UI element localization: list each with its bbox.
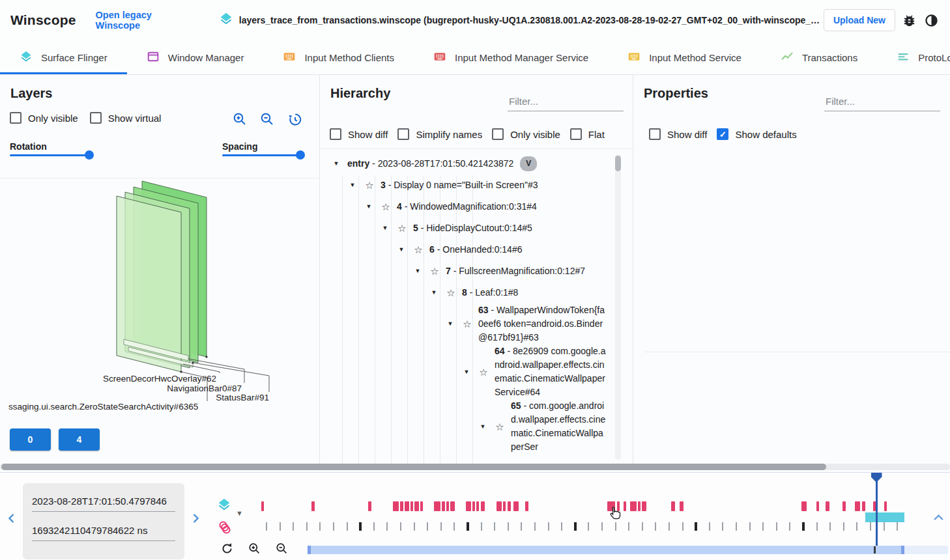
bug-report-icon[interactable] xyxy=(900,12,917,29)
refresh-icon[interactable] xyxy=(220,541,234,555)
previous-entry-button[interactable] xyxy=(5,512,18,525)
star-icon[interactable]: ☆ xyxy=(364,178,375,192)
flat-checkbox[interactable]: Flat xyxy=(570,128,605,140)
zoom-in-icon[interactable] xyxy=(247,541,261,555)
active-traces xyxy=(217,497,233,538)
tab-label: Surface Flinger xyxy=(41,52,108,63)
collapse-caret-icon[interactable]: ▼ xyxy=(379,221,391,235)
timeline-tick xyxy=(373,522,375,531)
only-visible-checkbox[interactable]: Only visible xyxy=(492,128,560,140)
tree-row[interactable]: ▼ entry - 2023-08-28T17:01:50.421423872V xyxy=(320,153,633,175)
show-diff-checkbox[interactable]: Show diff xyxy=(649,128,707,140)
tree-row[interactable]: ▼☆ 4 - WindowedMagnification:0:31#4 xyxy=(320,196,633,217)
hierarchy-tree: ▼ entry - 2023-08-28T17:01:50.421423872V… xyxy=(320,152,633,464)
checkbox-box xyxy=(90,112,102,124)
only-visible-checkbox[interactable]: Only visible xyxy=(10,112,78,124)
show-virtual-checkbox[interactable]: Show virtual xyxy=(90,112,162,124)
show-defaults-checkbox[interactable]: Show defaults xyxy=(717,128,796,140)
timeline-tick xyxy=(588,522,589,531)
collapse-caret-icon[interactable]: ▼ xyxy=(477,420,489,434)
star-icon[interactable]: ☆ xyxy=(380,200,392,214)
tab-transactions[interactable]: Transactions xyxy=(761,40,877,74)
timeline-tick xyxy=(628,522,629,531)
collapse-caret-icon[interactable]: ▼ xyxy=(461,365,472,379)
collapse-timeline-button[interactable] xyxy=(932,511,945,524)
tree-row[interactable]: ▼☆ 8 - Leaf:0:1#8 xyxy=(320,282,633,303)
timeline-cursor[interactable] xyxy=(876,474,878,546)
star-icon[interactable]: ☆ xyxy=(478,365,489,379)
visibility-chip: V xyxy=(520,156,537,171)
star-icon[interactable]: ☆ xyxy=(461,317,473,331)
collapse-caret-icon[interactable]: ▼ xyxy=(330,157,342,171)
horizontal-scrollbar-thumb[interactable] xyxy=(1,464,826,470)
tab-input-method-manager-service[interactable]: Input Method Manager Service xyxy=(414,40,608,74)
trace-dropdown-caret-icon[interactable]: ▼ xyxy=(236,509,243,517)
tree-row[interactable]: ▼☆ 5 - HideDisplayCutout:0:14#5 xyxy=(320,217,633,239)
collapse-caret-icon[interactable]: ▼ xyxy=(412,264,424,278)
rings-icon[interactable] xyxy=(217,520,233,538)
tab-input-method-clients[interactable]: Input Method Clients xyxy=(263,40,414,74)
zoom-slider-cursor-tick xyxy=(874,546,876,553)
hierarchy-filter-input[interactable] xyxy=(508,92,624,111)
hierarchy-scrollbar-track[interactable] xyxy=(615,154,621,460)
star-icon[interactable]: ☆ xyxy=(429,264,440,278)
timeline-tick xyxy=(400,522,401,531)
star-icon[interactable]: ☆ xyxy=(445,286,457,300)
simplify-names-checkbox[interactable]: Simplify names xyxy=(397,128,482,140)
hierarchy-scrollbar-thumb[interactable] xyxy=(615,156,621,171)
next-entry-button[interactable] xyxy=(189,512,202,525)
tree-row[interactable]: ▼☆ 3 - Display 0 name="Built-in Screen"#… xyxy=(320,175,633,196)
tab-window-manager[interactable]: Window Manager xyxy=(127,40,264,74)
star-icon[interactable]: ☆ xyxy=(412,243,424,257)
timestamp-human-input[interactable] xyxy=(32,490,175,512)
timeline-tick xyxy=(347,522,348,531)
layer-label: ScreenDecorHwcOverlay#62 xyxy=(103,374,216,384)
tab-protolog[interactable]: ProtoLog xyxy=(877,40,950,74)
display-button-0[interactable]: 0 xyxy=(10,428,51,451)
collapse-caret-icon[interactable]: ▼ xyxy=(428,286,440,300)
spacing-slider-thumb[interactable] xyxy=(296,150,305,160)
timeline-tick xyxy=(414,522,415,531)
tab-input-method-service[interactable]: Input Method Service xyxy=(608,40,761,74)
zoom-slider-right-handle[interactable] xyxy=(901,546,904,554)
star-icon[interactable]: ☆ xyxy=(494,420,506,434)
zoom-in-icon[interactable] xyxy=(231,111,248,128)
spacing-slider[interactable] xyxy=(222,150,300,160)
tree-row[interactable]: ▼☆ 65 - com.google.android.wallpaper.eff… xyxy=(320,399,633,454)
timeline-tick-row xyxy=(261,496,912,548)
rotation-slider[interactable] xyxy=(10,150,89,160)
timeline-tick xyxy=(856,522,857,531)
display-button-4[interactable]: 4 xyxy=(59,428,100,451)
timeline-tick xyxy=(816,522,818,531)
trace-tab-bar: Surface Flinger Window Manager Input Met… xyxy=(0,40,950,75)
properties-filter-input[interactable] xyxy=(824,92,940,111)
show-diff-checkbox[interactable]: Show diff xyxy=(330,128,388,140)
tree-row[interactable]: ▼☆ 64 - 8e26909 com.google.android.wallp… xyxy=(320,344,633,399)
tree-row[interactable]: ▼☆ 7 - FullscreenMagnification:0:12#7 xyxy=(320,260,633,282)
keyboard-icon xyxy=(283,50,296,65)
open-legacy-link[interactable]: Open legacy Winscope xyxy=(96,10,195,31)
tab-label: Input Method Service xyxy=(649,52,741,63)
layers-icon[interactable] xyxy=(217,497,233,514)
tree-row[interactable]: ▼☆ 63 - WallpaperWindowToken{fa0eef6 tok… xyxy=(320,303,633,344)
timeline-zoom-slider-range[interactable] xyxy=(308,546,904,554)
timestamp-box xyxy=(23,483,184,559)
rotation-slider-thumb[interactable] xyxy=(85,150,94,160)
star-icon[interactable]: ☆ xyxy=(396,221,408,235)
zoom-out-icon[interactable] xyxy=(259,111,276,128)
reset-view-history-icon[interactable] xyxy=(286,111,303,128)
properties-panel: Properties Show diff Show defaults xyxy=(633,75,950,464)
timestamp-ns-input[interactable] xyxy=(32,519,175,541)
theme-toggle-icon[interactable] xyxy=(923,12,940,29)
timeline-canvas[interactable] xyxy=(261,496,912,548)
collapse-caret-icon[interactable]: ▼ xyxy=(444,317,456,331)
tree-row[interactable]: ▼☆ 6 - OneHanded:0:14#6 xyxy=(320,239,633,260)
collapse-caret-icon[interactable]: ▼ xyxy=(363,200,375,214)
tab-surface-flinger[interactable]: Surface Flinger xyxy=(0,40,127,74)
upload-new-button[interactable]: Upload New xyxy=(824,9,895,31)
collapse-caret-icon[interactable]: ▼ xyxy=(396,243,407,257)
timeline-tick xyxy=(802,522,805,531)
list-icon xyxy=(897,50,910,65)
zoom-slider-left-handle[interactable] xyxy=(308,546,311,554)
collapse-caret-icon[interactable]: ▼ xyxy=(347,178,358,192)
